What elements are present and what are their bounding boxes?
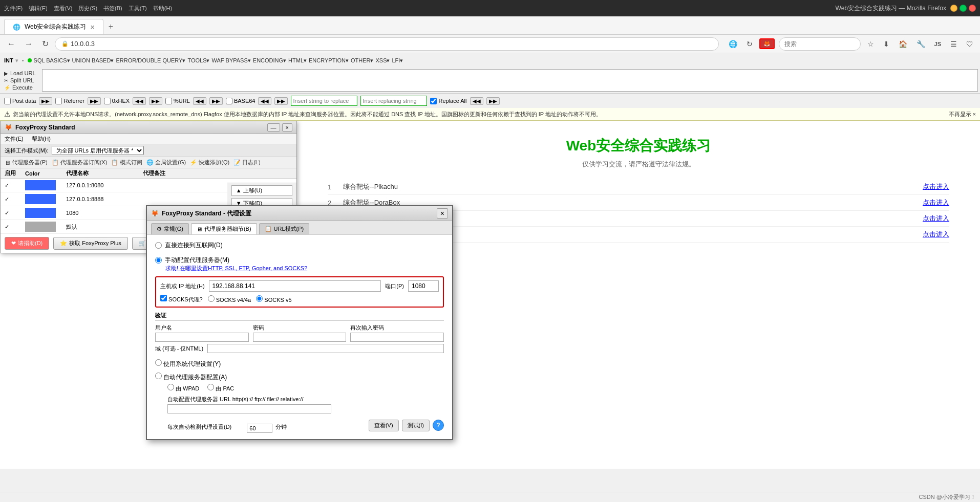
foxypoxy-icon[interactable]: 🦊 [759,38,775,49]
hackbar-union[interactable]: UNION BASED▾ [72,57,114,64]
referrer-arrow[interactable]: ▶▶ [88,97,101,105]
menu-history[interactable]: 历史(S) [78,5,97,12]
proxy-check-4[interactable]: ✓ [5,224,25,230]
hex-arrow-right[interactable]: ▶▶ [149,97,162,105]
new-tab-btn[interactable]: + [103,19,118,34]
foxy-mode-select[interactable]: 为全部 URLs 启用代理服务器 *1080* [52,146,144,155]
foxy-moveup-btn[interactable]: ▲ 上移(U) [231,185,292,196]
browser-tab[interactable]: 🌐 Web安全综合实践练习 × [4,19,103,34]
address-bar[interactable]: 🔒 10.0.0.3 [55,37,719,51]
foxy-subscribe-btn[interactable]: 📋 代理服务器订阅(X) [52,159,108,166]
list-link-2[interactable]: 点击进入 [923,198,949,207]
foxy-global-btn[interactable]: 🌐 全局设置(G) [146,159,186,166]
settings-username-input[interactable] [155,333,249,342]
hackbar-encryption[interactable]: ENCRYPTION▾ [309,57,349,64]
settings-socks-v5-radio[interactable]: SOCKS v5 [256,295,291,303]
foxy-quickadd-btn[interactable]: ⚡ 快速添加(Q) [190,159,229,166]
foxy-log-btn[interactable]: 📝 日志(L) [233,159,260,166]
base64-checkbox[interactable]: BASE64 [226,98,255,104]
warning-dismiss-btn[interactable]: 不再显示 × [949,111,976,118]
settings-help-link[interactable]: 求助! 在哪里设置HTTP, SSL, FTP, Gopher, and SOC… [165,265,307,271]
settings-port-input[interactable] [408,280,439,292]
load-url-btn[interactable]: ▶ Load URL [4,70,36,76]
proxy-check-1[interactable]: ✓ [5,182,25,189]
foxy-proxy-servers-btn[interactable]: 🖥 代理服务器(P) [5,159,48,166]
settings-tab-proxy-detail[interactable]: 🖥 代理服务器细节(B) [191,223,257,234]
settings-direct-radio[interactable]: 直接连接到互联网(D) [155,241,444,250]
settings-socks-v4-radio[interactable]: SOCKS v4/4a [208,295,251,303]
post-data-arrow[interactable]: ▶▶ [39,97,52,105]
base64-arrow-right[interactable]: ▶▶ [274,97,288,105]
close-window-btn[interactable] [969,5,976,12]
hex-checkbox[interactable]: 0xHEX [104,98,130,104]
minimize-btn[interactable] [950,5,957,12]
hackbar-sql-basics[interactable]: SQL BASICS▾ [34,57,70,64]
settings-test-btn[interactable]: 测试(I) [402,420,430,431]
settings-manual-radio[interactable]: 手动配置代理服务器(M) [155,256,444,265]
back-btn[interactable]: ← [4,37,18,51]
replace-all-checkbox[interactable]: Replace All [430,98,466,104]
hackbar-encoding[interactable]: ENCODING▾ [253,57,286,64]
foxy-menu-help[interactable]: 帮助(H) [32,135,51,143]
settings-close-btn[interactable]: × [437,208,448,219]
menu-edit[interactable]: 编辑(E) [29,5,48,12]
referrer-checkbox[interactable]: Referrer [55,98,84,104]
search-input[interactable] [779,37,861,51]
reload-btn[interactable]: ↻ [39,37,52,51]
downloads-icon[interactable]: ⬇ [881,38,892,50]
settings-tab-url-pattern[interactable]: 📋 URL模式(P) [259,223,310,234]
list-link-4[interactable]: 点击进入 [923,230,949,239]
settings-host-input[interactable] [209,280,381,292]
base64-arrow-left[interactable]: ◀◀ [258,97,271,105]
insert-string-field[interactable] [291,96,357,106]
home-icon[interactable]: 🏠 [896,38,910,50]
settings-reenter-input[interactable] [350,333,444,342]
hackbar-other[interactable]: OTHER▾ [351,57,374,64]
url-checkbox[interactable]: %URL [165,98,190,104]
settings-domain-input[interactable] [207,344,444,353]
replacing-string-field[interactable] [360,96,427,106]
proxy-check-2[interactable]: ✓ [5,196,25,203]
foxy-donate-btn[interactable]: ❤ 请捐助(D) [5,237,49,250]
split-url-btn[interactable]: ✂ Split URL [4,77,36,83]
list-link-1[interactable]: 点击进入 [923,182,949,191]
forward-btn[interactable]: → [22,37,36,51]
settings-check-btn[interactable]: 查看(V) [369,420,399,431]
shield-icon[interactable]: 🛡 [964,38,976,50]
settings-interval-input[interactable] [247,424,272,433]
menu-view[interactable]: 查看(V) [54,5,73,12]
menu-file[interactable]: 文件(F) [4,5,23,12]
hackbar-lfi[interactable]: LFI▾ [392,57,403,64]
settings-system-radio[interactable]: 使用系统代理设置(Y) [155,359,221,368]
tab-close-btn[interactable]: × [90,23,94,31]
url-arrow-right[interactable]: ▶▶ [209,97,223,105]
post-data-checkbox[interactable]: Post data [4,98,36,104]
settings-auto-url-input[interactable] [167,404,331,413]
hackbar-error[interactable]: ERROR/DOUBLE QUERY▾ [116,57,185,64]
menu-bookmarks[interactable]: 书签(B) [103,5,122,12]
globe-icon[interactable]: 🌐 [726,38,740,50]
menu-help[interactable]: 帮助(H) [153,5,172,12]
maximize-btn[interactable] [960,5,967,12]
hackbar-url-textarea[interactable] [42,69,978,92]
hackbar-html[interactable]: HTML▾ [288,57,307,64]
foxypoxy-close-btn[interactable]: × [282,123,292,132]
hackbar-int[interactable]: INT [4,57,13,63]
settings-password-input[interactable] [253,333,347,342]
url-arrow-left[interactable]: ◀◀ [193,97,206,105]
menu-icon[interactable]: ☰ [948,38,960,50]
hex-arrow-left[interactable]: ◀◀ [133,97,146,105]
settings-help-btn[interactable]: ? [433,420,444,431]
hackbar-waf[interactable]: WAF BYPASS▾ [212,57,251,64]
foxy-mode-subscribe-btn[interactable]: 📋 模式订阅 [111,159,142,166]
replace-all-arrow-right[interactable]: ▶▶ [486,97,500,105]
settings-socks-checkbox[interactable]: SOCKS代理? [160,295,203,303]
replace-all-arrow-left[interactable]: ◀◀ [470,97,483,105]
menu-tools[interactable]: 工具(T) [129,5,147,12]
settings-tab-general[interactable]: ⚙ 常规(G) [151,223,189,234]
foxy-plus-btn[interactable]: ⭐ 获取 FoxyProxy Plus [53,237,127,250]
settings-pac-radio[interactable]: 由 PAC [207,384,234,392]
hackbar-tools[interactable]: TOOLS▾ [187,57,209,64]
list-link-3[interactable]: 点击进入 [923,214,949,223]
settings-auto-radio[interactable]: 自动代理服务器配置(A) [155,373,227,382]
